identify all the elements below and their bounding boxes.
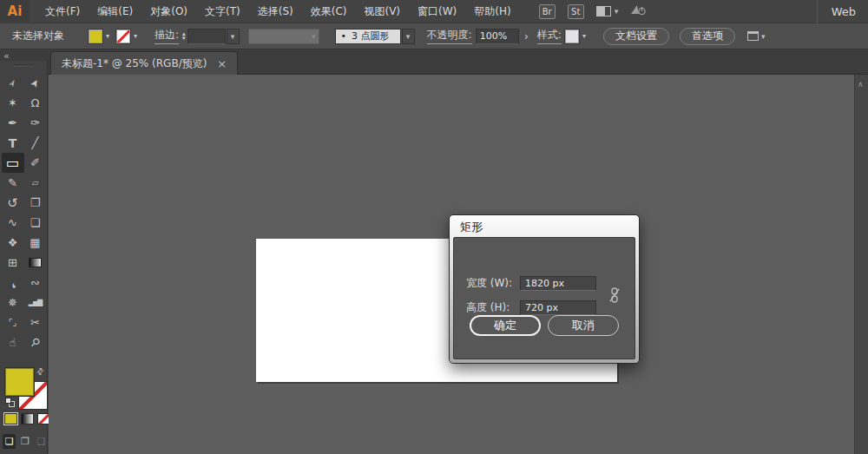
- hand-tool[interactable]: ☝: [2, 332, 24, 352]
- hand-icon: ☝: [10, 336, 16, 349]
- workspace-switcher[interactable]: Web: [817, 0, 856, 23]
- chevron-down-icon[interactable]: ▾: [582, 32, 586, 40]
- width-label: 宽度 (W):: [466, 276, 520, 291]
- paint-style-buttons: [0, 413, 50, 424]
- magic-wand-tool[interactable]: ✶: [2, 93, 24, 113]
- menu-bar-right: Br St ▾: [539, 3, 647, 20]
- opacity-panel-link[interactable]: 不透明度:: [427, 28, 472, 44]
- rectangle-tool[interactable]: ▭: [2, 153, 24, 173]
- gradient-tool[interactable]: [24, 253, 47, 273]
- cancel-button[interactable]: 取消: [548, 315, 619, 336]
- menu-object[interactable]: 对象(O): [141, 0, 196, 23]
- type-tool[interactable]: T: [2, 133, 24, 153]
- chevron-down-icon[interactable]: ▾: [134, 32, 137, 40]
- color-button[interactable]: [4, 413, 17, 424]
- lasso-tool[interactable]: Ω: [24, 93, 47, 113]
- direct-selection-tool[interactable]: ➤: [24, 73, 47, 93]
- column-graph-tool[interactable]: ▂▅▇: [24, 293, 47, 313]
- width-profile-dropdown[interactable]: ▾: [248, 29, 319, 44]
- draw-normal-mode[interactable]: ❏: [3, 434, 16, 449]
- slice-tool[interactable]: ✂: [24, 313, 47, 332]
- pen-tool[interactable]: ✒: [2, 113, 24, 133]
- scroll-up-icon[interactable]: ∧: [858, 80, 864, 89]
- shape-builder-tool[interactable]: ❖: [2, 233, 24, 253]
- paintbrush-tool[interactable]: ✐: [24, 153, 47, 173]
- gradient-icon: [29, 258, 42, 267]
- blend-tool[interactable]: ∾: [24, 273, 47, 293]
- align-dock-button[interactable]: ▾: [747, 31, 766, 41]
- pen-icon: ✒: [8, 116, 17, 129]
- menu-edit[interactable]: 编辑(E): [89, 0, 141, 23]
- stroke-weight-input[interactable]: [187, 29, 226, 44]
- document-tab[interactable]: 未标题-1* @ 25% (RGB/预览) ×: [50, 51, 238, 75]
- stock-button[interactable]: St: [568, 4, 584, 19]
- tools-grid: ➢ ➤ ✶ Ω ✒ ✑ T ╱ ▭ ✐ ✎ ▱ ↺ ❐ ∿ ❏ ❖ ▦ ⊞ ❜ …: [1, 73, 47, 352]
- rotate-tool[interactable]: ↺: [2, 193, 24, 213]
- opacity-input[interactable]: [476, 29, 519, 44]
- menu-select[interactable]: 选择(S): [249, 0, 302, 23]
- swap-fill-stroke-icon[interactable]: ⇄: [34, 365, 46, 378]
- selection-tool[interactable]: ➢: [2, 73, 24, 93]
- stroke-panel-link[interactable]: 描边:: [155, 28, 179, 44]
- cs-live-icon[interactable]: [630, 3, 646, 20]
- width-input[interactable]: [520, 276, 596, 291]
- default-fill-stroke-icon[interactable]: [5, 398, 15, 407]
- constrain-proportions-icon[interactable]: [608, 286, 621, 307]
- brush-definition-dropdown[interactable]: • 3 点圆形: [335, 29, 401, 44]
- paintbrush-icon: ✐: [30, 156, 40, 169]
- perspective-grid-tool[interactable]: ▦: [24, 233, 47, 253]
- opacity-more-arrow[interactable]: ›: [524, 30, 529, 43]
- menu-view[interactable]: 视图(V): [355, 0, 409, 23]
- chevron-down-icon: ▾: [761, 32, 766, 41]
- menu-file[interactable]: 文件(F): [36, 0, 89, 23]
- fill-color-swatch[interactable]: [89, 30, 102, 43]
- bridge-button[interactable]: Br: [539, 4, 556, 19]
- gradient-button[interactable]: [21, 413, 34, 424]
- brush-definition-chevron[interactable]: ▾: [402, 29, 415, 44]
- height-input[interactable]: [520, 300, 596, 315]
- fill-color-indicator[interactable]: [5, 368, 34, 396]
- arrange-documents-button[interactable]: ▾: [596, 6, 619, 16]
- menu-help[interactable]: 帮助(H): [465, 0, 519, 23]
- symbol-sprayer-tool[interactable]: ✵: [2, 293, 24, 313]
- ok-button[interactable]: 确定: [470, 315, 541, 336]
- artboard-tool[interactable]: ⌜⌟: [2, 313, 24, 332]
- rotate-icon: ↺: [7, 195, 18, 211]
- graphic-style-swatch[interactable]: [565, 30, 579, 43]
- right-scrollbar[interactable]: ∧: [854, 75, 868, 454]
- close-icon[interactable]: ×: [217, 57, 227, 70]
- preferences-button[interactable]: 首选项: [680, 28, 735, 45]
- scale-tool[interactable]: ❐: [24, 193, 47, 213]
- brush-stroke-preview: •: [341, 30, 347, 42]
- selection-arrow-icon: ➢: [5, 76, 20, 90]
- stroke-color-swatch[interactable]: [116, 30, 130, 43]
- panel-grip[interactable]: [14, 64, 33, 67]
- dialog-buttons: 确定 取消: [454, 315, 635, 336]
- calligraphy-pen-tool[interactable]: ✑: [24, 113, 47, 133]
- stroke-weight-dropdown[interactable]: ▾: [227, 29, 240, 44]
- menu-type[interactable]: 文字(T): [196, 0, 249, 23]
- draw-behind-mode[interactable]: ❐: [18, 434, 31, 449]
- height-label: 高度 (H):: [466, 300, 520, 315]
- pencil-tool[interactable]: ✎: [2, 173, 24, 193]
- menu-effect[interactable]: 效果(C): [302, 0, 356, 23]
- pencil-icon: ✎: [8, 176, 17, 189]
- brush-name: 3 点圆形: [352, 30, 390, 43]
- eyedropper-tool[interactable]: ❜: [2, 273, 24, 293]
- width-tool[interactable]: ∿: [2, 213, 24, 233]
- eyedropper-icon: ❜: [8, 274, 17, 291]
- style-panel-link[interactable]: 样式:: [537, 28, 562, 44]
- type-icon: T: [9, 136, 17, 150]
- chevron-down-icon[interactable]: ▾: [106, 32, 109, 40]
- rectangle-dialog: 矩形 宽度 (W): 高度 (H): 确定 取消: [449, 214, 640, 364]
- document-setup-button[interactable]: 文档设置: [603, 28, 669, 45]
- lasso-icon: Ω: [31, 96, 40, 109]
- eraser-tool[interactable]: ▱: [24, 173, 47, 193]
- menu-window[interactable]: 窗口(W): [409, 0, 465, 23]
- free-transform-tool[interactable]: ❏: [24, 213, 47, 233]
- zoom-tool[interactable]: ⚲: [24, 332, 47, 352]
- draw-inside-mode[interactable]: ❑: [35, 434, 48, 449]
- mesh-tool[interactable]: ⊞: [2, 253, 24, 273]
- stroke-weight-stepper[interactable]: ▴▾: [182, 32, 186, 41]
- line-tool[interactable]: ╱: [24, 133, 47, 153]
